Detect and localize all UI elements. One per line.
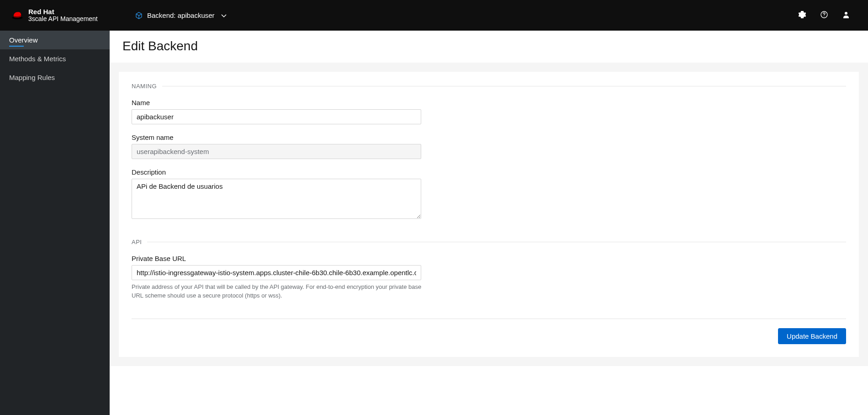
sidebar-item-label: Methods & Metrics: [9, 55, 66, 63]
name-label: Name: [132, 99, 846, 106]
fieldset-naming: NAMING Name System name Description: [132, 83, 846, 220]
fieldset-legend: API: [132, 239, 142, 245]
divider: [162, 86, 846, 86]
description-textarea[interactable]: [132, 179, 421, 219]
name-input[interactable]: [132, 109, 421, 124]
sidebar-item-label: Overview: [9, 36, 38, 44]
svg-point-3: [845, 12, 847, 15]
divider: [132, 319, 846, 319]
description-label: Description: [132, 168, 846, 176]
context-label: Backend: apibackuser: [147, 11, 215, 19]
sidebar: Overview Methods & Metrics Mapping Rules: [0, 31, 110, 415]
sidebar-item-label: Mapping Rules: [9, 74, 55, 81]
sidebar-item-methods-metrics[interactable]: Methods & Metrics: [0, 49, 110, 68]
private-base-url-help: Private address of your API that will be…: [132, 283, 424, 300]
brand-name: Red Hat: [28, 8, 98, 16]
system-name-input: [132, 144, 421, 159]
page-header: Edit Backend: [110, 31, 868, 63]
settings-button[interactable]: [791, 5, 813, 27]
brand-text: Red Hat 3scale API Management: [28, 8, 98, 23]
gear-icon: [799, 11, 806, 20]
private-base-url-label: Private Base URL: [132, 255, 846, 262]
brand-logo[interactable]: Red Hat 3scale API Management: [11, 8, 121, 23]
topbar: Red Hat 3scale API Management Backend: a…: [0, 0, 868, 31]
user-menu-button[interactable]: [835, 5, 857, 27]
fieldset-legend: NAMING: [132, 83, 157, 90]
sidebar-item-mapping-rules[interactable]: Mapping Rules: [0, 68, 110, 87]
svg-point-2: [824, 16, 824, 16]
content-area: Edit Backend NAMING Name System name: [110, 31, 868, 415]
edit-backend-form: NAMING Name System name Description: [119, 72, 859, 357]
question-circle-icon: [820, 11, 828, 20]
form-actions: Update Backend: [132, 328, 846, 344]
update-backend-button[interactable]: Update Backend: [778, 328, 846, 344]
context-switcher[interactable]: Backend: apibackuser: [130, 0, 232, 31]
divider: [147, 242, 846, 242]
fieldset-api: API Private Base URL Private address of …: [132, 239, 846, 300]
chevron-down-icon: [221, 12, 227, 19]
page-title: Edit Backend: [122, 39, 855, 53]
private-base-url-input[interactable]: [132, 265, 421, 280]
sidebar-item-overview[interactable]: Overview: [0, 31, 110, 49]
product-name: 3scale API Management: [28, 16, 98, 22]
backend-cube-icon: [135, 12, 143, 19]
user-icon: [842, 11, 850, 20]
help-button[interactable]: [813, 5, 835, 27]
system-name-label: System name: [132, 133, 846, 141]
redhat-fedora-icon: [11, 11, 24, 20]
